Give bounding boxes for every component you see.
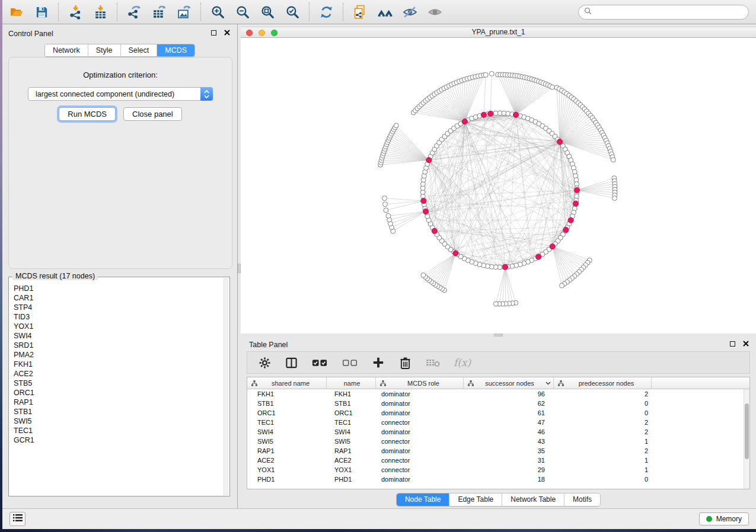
eye-slash-icon [402, 5, 418, 20]
column-header-mcds-role[interactable]: MCDS role [376, 377, 464, 389]
mcds-node-ace2[interactable]: ACE2 [14, 369, 222, 379]
column-header-successor-nodes[interactable]: successor nodes [464, 377, 554, 389]
run-mcds-button[interactable]: Run MCDS [59, 107, 116, 121]
close-panel-button[interactable]: Close panel [123, 107, 182, 121]
mcds-node-srd1[interactable]: SRD1 [14, 341, 222, 350]
network-window-titlebar[interactable]: YPA_prune.txt_1 [241, 27, 756, 38]
search-input[interactable] [595, 8, 743, 16]
deselect-all-icon [342, 358, 358, 367]
mcds-node-stp4[interactable]: STP4 [14, 303, 222, 312]
new-network-from-selection-button[interactable] [350, 2, 369, 21]
gear-icon [259, 357, 271, 369]
zoom-fit-button[interactable] [258, 2, 277, 21]
show-columns-button[interactable] [284, 353, 298, 372]
table-row-stb1[interactable]: STB1STB1dominator620 [247, 399, 749, 408]
float-panel-icon[interactable] [211, 30, 216, 36]
close-panel-icon[interactable] [224, 30, 230, 36]
mcds-node-tec1[interactable]: TEC1 [14, 426, 222, 435]
delete-table-button[interactable] [425, 353, 441, 372]
table-row-swi4[interactable]: SWI4SWI4dominator462 [247, 427, 749, 437]
table-tabs: Node TableEdge TableNetwork TableMotifs [396, 493, 601, 507]
mcds-list-scrollbar[interactable] [224, 278, 228, 495]
first-neighbors-button[interactable] [375, 2, 394, 21]
column-header-predecessor-nodes[interactable]: predecessor nodes [554, 377, 652, 389]
network-title: YPA_prune.txt_1 [472, 28, 525, 36]
export-image-icon [177, 5, 192, 20]
zoom-out-button[interactable] [233, 2, 252, 21]
select-all-button[interactable] [311, 353, 328, 372]
maximize-window-icon[interactable] [271, 30, 277, 36]
optimization-criterion-select[interactable]: largest connected component (undirected) [28, 87, 213, 101]
tab-select[interactable]: Select [121, 44, 158, 56]
mcds-result-legend: MCDS result (17 nodes) [12, 272, 98, 280]
table-row-rap1[interactable]: RAP1RAP1dominator352 [247, 446, 749, 456]
table-row-swi5[interactable]: SWI5SWI5connector431 [247, 437, 749, 446]
mcds-node-stb5[interactable]: STB5 [14, 379, 222, 388]
mcds-result-group: MCDS result (17 nodes) PHD1CAR1STP4TID3Y… [8, 277, 230, 496]
task-history-button[interactable] [9, 512, 25, 526]
minimize-window-icon[interactable] [259, 30, 265, 36]
column-header-name[interactable]: name [327, 377, 376, 389]
deselect-all-button[interactable] [341, 353, 359, 372]
hide-selected-button[interactable] [400, 2, 419, 21]
function-builder-button[interactable]: f(x) [454, 357, 471, 368]
mcds-node-orc1[interactable]: ORC1 [14, 388, 222, 398]
table-row-phd1[interactable]: PHD1PHD1dominator180 [247, 475, 749, 484]
mcds-node-swi4[interactable]: SWI4 [14, 331, 222, 341]
zoom-selected-icon [285, 5, 300, 20]
network-graph[interactable] [241, 38, 756, 334]
tab-network[interactable]: Network [45, 44, 88, 56]
show-all-button[interactable] [425, 2, 444, 21]
table-row-fkh1[interactable]: FKH1FKH1dominator962 [247, 389, 749, 399]
select-stepper-icon [200, 87, 213, 101]
export-table-button[interactable] [149, 2, 168, 21]
mcds-node-stb1[interactable]: STB1 [14, 407, 222, 416]
open-folder-icon [9, 5, 24, 19]
mcds-node-fkh1[interactable]: FKH1 [14, 360, 222, 369]
import-network-button[interactable] [66, 2, 85, 21]
export-image-button[interactable] [174, 2, 193, 21]
mcds-node-tid3[interactable]: TID3 [14, 312, 222, 322]
toolbar-separator [117, 3, 117, 21]
tab-motifs[interactable]: Motifs [564, 493, 600, 506]
zoom-selected-button[interactable] [283, 2, 302, 21]
add-column-button[interactable] [371, 353, 385, 372]
application-window: Control Panel NetworkStyleSelectMCDS Opt… [2, 0, 756, 529]
zoom-out-icon [235, 5, 250, 20]
scrollbar-thumb[interactable] [745, 403, 749, 459]
layout-refresh-button[interactable] [317, 2, 336, 21]
toolbar-separator [309, 3, 310, 21]
table-scrollbar[interactable] [744, 389, 749, 489]
export-network-button[interactable] [125, 2, 143, 21]
float-panel-icon[interactable] [730, 341, 735, 347]
table-row-orc1[interactable]: ORC1ORC1dominator610 [247, 408, 749, 418]
mcds-node-pma2[interactable]: PMA2 [14, 350, 222, 360]
tab-edge-table[interactable]: Edge Table [449, 493, 502, 506]
mcds-node-car1[interactable]: CAR1 [14, 293, 222, 303]
mcds-node-rap1[interactable]: RAP1 [14, 398, 222, 407]
table-settings-button[interactable] [257, 353, 272, 372]
search-field[interactable] [578, 5, 749, 20]
mcds-node-yox1[interactable]: YOX1 [14, 322, 222, 331]
mcds-node-phd1[interactable]: PHD1 [14, 284, 222, 293]
close-window-icon[interactable] [246, 30, 253, 36]
mcds-node-gcr1[interactable]: GCR1 [14, 435, 222, 445]
column-header-shared-name[interactable]: shared name [247, 377, 327, 389]
close-panel-icon[interactable] [743, 341, 749, 347]
table-row-ace2[interactable]: ACE2ACE2connector311 [247, 456, 749, 465]
open-session-button[interactable] [7, 2, 26, 21]
table-row-tec1[interactable]: TEC1TEC1connector472 [247, 418, 749, 427]
save-session-button[interactable] [32, 2, 51, 21]
import-table-button[interactable] [91, 2, 110, 21]
table-row-yox1[interactable]: YOX1YOX1connector291 [247, 465, 749, 475]
tab-network-table[interactable]: Network Table [502, 493, 564, 506]
memory-button[interactable]: Memory [699, 512, 749, 525]
tab-node-table[interactable]: Node Table [397, 493, 450, 506]
zoom-in-button[interactable] [208, 2, 227, 21]
tab-mcds[interactable]: MCDS [157, 44, 194, 56]
delete-column-button[interactable] [398, 353, 412, 372]
mcds-node-swi5[interactable]: SWI5 [14, 416, 222, 426]
optimization-criterion-value: largest connected component (undirected) [36, 90, 174, 98]
tab-style[interactable]: Style [88, 44, 121, 56]
network-canvas[interactable] [241, 38, 756, 334]
